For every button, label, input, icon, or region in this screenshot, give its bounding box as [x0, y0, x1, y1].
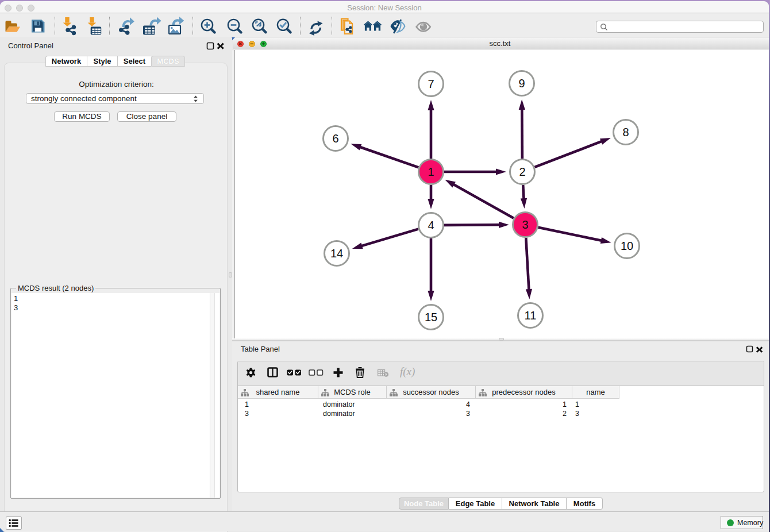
svg-text:2: 2: [519, 165, 525, 178]
svg-text:10: 10: [621, 240, 633, 252]
svg-text:4: 4: [428, 219, 434, 232]
svg-text:14: 14: [330, 247, 343, 260]
svg-text:8: 8: [622, 126, 629, 138]
svg-text:11: 11: [525, 309, 537, 322]
svg-text:15: 15: [425, 311, 437, 323]
svg-text:7: 7: [428, 78, 434, 90]
svg-text:3: 3: [522, 218, 528, 231]
svg-text:6: 6: [332, 132, 338, 145]
svg-text:1: 1: [428, 165, 434, 178]
svg-text:9: 9: [518, 77, 525, 90]
